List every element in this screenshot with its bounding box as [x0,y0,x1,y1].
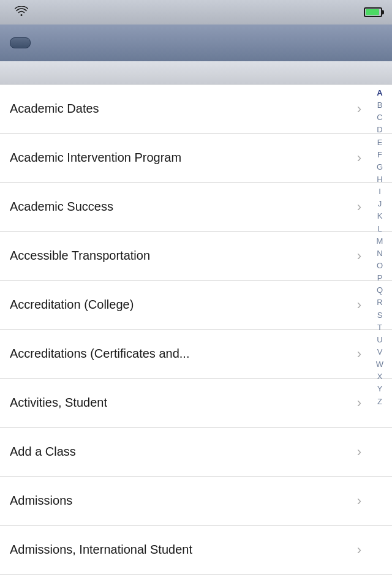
list-item-label: Add a Class [10,445,382,459]
alpha-letter-h[interactable]: H [377,173,382,186]
list-item-label: Accreditations (Certificates and... [10,347,382,361]
alpha-letter-l[interactable]: L [377,223,382,235]
services-list: Academic Dates › Academic Intervention P… [0,85,392,575]
alpha-letter-y[interactable]: Y [377,383,383,395]
alpha-letter-c[interactable]: C [377,111,382,124]
list-item[interactable]: Accreditations (Certificates and... › [0,330,392,379]
battery-icon [364,7,382,17]
alpha-letter-d[interactable]: D [377,124,382,136]
alpha-letter-u[interactable]: U [377,334,382,346]
list-item-label: Academic Dates [10,102,382,116]
alpha-letter-b[interactable]: B [377,99,383,111]
alphabet-index[interactable]: ABCDEFGHIJKLMNOPQRSTUVWXYZ [368,85,392,410]
alpha-letter-j[interactable]: J [378,198,382,210]
chevron-right-icon: › [357,542,361,558]
list-item-label: Academic Intervention Program [10,151,382,165]
chevron-right-icon: › [357,248,361,264]
chevron-right-icon: › [357,101,361,117]
alpha-letter-n[interactable]: N [377,247,382,260]
alpha-letter-o[interactable]: O [377,260,383,272]
list-item-label: Activities, Student [10,396,382,410]
alpha-letter-t[interactable]: T [377,322,382,334]
list-item-label: Admissions, International Student [10,543,382,557]
chevron-right-icon: › [357,297,361,313]
chevron-right-icon: › [357,346,361,362]
alpha-letter-r[interactable]: R [377,296,382,309]
alpha-letter-k[interactable]: K [377,210,383,222]
list-item[interactable]: Academic Dates › [0,85,392,134]
list-item[interactable]: Accessible Transportation › [0,232,392,281]
list-item[interactable]: Admissions › [0,477,392,526]
alpha-letter-x[interactable]: X [377,371,383,383]
chevron-right-icon: › [357,199,361,215]
list-item[interactable]: Admissions, International Student › [0,526,392,575]
wifi-icon [15,6,28,19]
chevron-right-icon: › [357,395,361,411]
alpha-letter-p[interactable]: P [377,272,383,284]
alpha-letter-g[interactable]: G [377,161,383,173]
alpha-letter-s[interactable]: S [377,309,383,322]
alpha-letter-v[interactable]: V [377,346,383,358]
list-item-label: Admissions [10,494,382,508]
list-item[interactable]: Accreditation (College) › [0,281,392,330]
alpha-letter-i[interactable]: I [379,186,381,198]
alpha-letter-a[interactable]: A [377,87,382,99]
chevron-right-icon: › [357,150,361,166]
section-header [0,61,392,85]
chevron-right-icon: › [357,493,361,509]
alpha-letter-e[interactable]: E [377,137,383,149]
list-item-label: Accreditation (College) [10,298,382,312]
list-item[interactable]: Academic Intervention Program › [0,134,392,183]
alpha-letter-m[interactable]: M [377,235,383,247]
alpha-letter-q[interactable]: Q [377,284,383,296]
list-item[interactable]: Add a Class › [0,428,392,477]
alpha-letter-w[interactable]: W [376,358,383,371]
list-item[interactable]: Academic Success › [0,183,392,232]
chevron-right-icon: › [357,444,361,460]
back-button[interactable] [10,37,31,48]
nav-bar [0,24,392,61]
list-item-label: Academic Success [10,200,382,214]
alpha-letter-f[interactable]: F [377,149,382,161]
list-item-label: Accessible Transportation [10,249,382,263]
alpha-letter-z[interactable]: Z [377,396,382,408]
status-bar [0,0,392,24]
list-item[interactable]: Activities, Student › [0,379,392,428]
